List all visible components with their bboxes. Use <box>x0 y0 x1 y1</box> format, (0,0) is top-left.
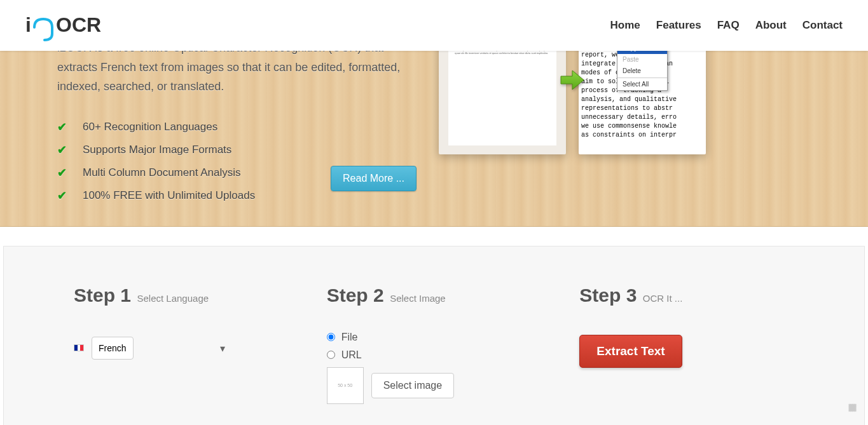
step-2-subtitle: Select Image <box>390 293 446 304</box>
feature-item: ✔Multi Column Document Analysis <box>57 161 811 184</box>
step-1: Step 1 Select Language French <box>74 285 289 417</box>
nav-home[interactable]: Home <box>610 19 640 32</box>
check-icon: ✔ <box>57 120 67 134</box>
language-select[interactable]: French <box>92 337 134 360</box>
radio-url-row[interactable]: URL <box>327 349 542 361</box>
step-2: Step 2 Select Image File URL 50 x 50 Sel… <box>327 285 542 417</box>
nav-features[interactable]: Features <box>656 19 701 32</box>
feature-text: 100% FREE with Unlimited Uploads <box>83 189 255 202</box>
step-3-subtitle: OCR It ... <box>643 293 683 304</box>
radio-url-label: URL <box>341 349 362 361</box>
step-3-title: Step 3 <box>579 285 637 306</box>
arrow-right-icon <box>560 67 585 93</box>
flag-icon <box>74 344 84 351</box>
check-icon: ✔ <box>57 143 67 157</box>
svg-text:i: i <box>25 13 31 36</box>
nav-contact[interactable]: Contact <box>803 19 843 32</box>
svg-text:OCR: OCR <box>56 13 101 36</box>
check-icon: ✔ <box>57 166 67 180</box>
radio-file-label: File <box>341 332 358 343</box>
feature-item: ✔100% FREE with Unlimited Uploads <box>57 184 811 207</box>
radio-file[interactable] <box>327 333 335 341</box>
step-2-title: Step 2 <box>327 285 384 306</box>
feature-text: Supports Major Image Formats <box>83 144 231 156</box>
nav-faq[interactable]: FAQ <box>717 19 740 32</box>
nav-about[interactable]: About <box>755 19 787 32</box>
feature-text: Multi Column Document Analysis <box>83 166 240 179</box>
read-more-button[interactable]: Read More ... <box>331 166 417 191</box>
steps-section: Step 1 Select Language French Step 2 Sel… <box>3 246 865 425</box>
step-1-subtitle: Select Language <box>137 293 209 304</box>
check-icon: ✔ <box>57 189 67 203</box>
extract-text-button[interactable]: Extract Text <box>579 335 682 368</box>
main-nav: Home Features FAQ About Contact <box>610 19 843 32</box>
radio-url[interactable] <box>327 351 335 359</box>
feature-text: 60+ Recognition Languages <box>83 121 217 133</box>
header: i OCR Home Features FAQ About Contact <box>0 0 868 51</box>
step-1-title: Step 1 <box>74 285 131 306</box>
logo[interactable]: i OCR <box>25 10 108 41</box>
select-image-button[interactable]: Select image <box>371 373 455 398</box>
step-3: Step 3 OCR It ... Extract Text <box>579 285 794 417</box>
radio-file-row[interactable]: File <box>327 332 542 343</box>
image-thumbnail: 50 x 50 <box>327 367 364 404</box>
